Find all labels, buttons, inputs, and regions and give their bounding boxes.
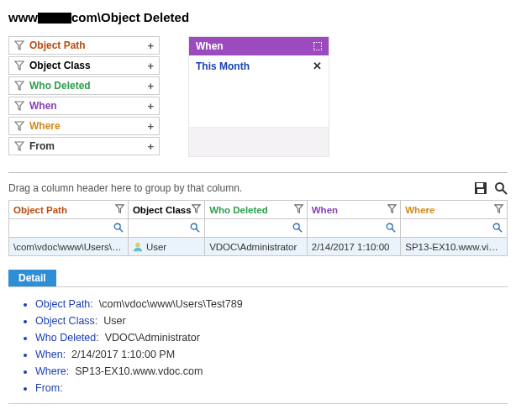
filter-row[interactable]: Where+ bbox=[8, 117, 160, 135]
column-label: When bbox=[312, 205, 338, 215]
column-label: Who Deleted bbox=[209, 205, 268, 215]
filter-chip-label: This Month bbox=[196, 60, 250, 72]
column-search-cell[interactable] bbox=[128, 219, 204, 238]
detail-key: From: bbox=[35, 382, 63, 394]
column-filter-icon[interactable] bbox=[192, 204, 201, 213]
detail-value: VDOC\Administrator bbox=[105, 332, 200, 344]
expand-icon[interactable]: + bbox=[147, 100, 154, 113]
column-filter-icon[interactable] bbox=[387, 204, 397, 213]
grid-filter-row bbox=[9, 219, 508, 238]
svg-point-13 bbox=[493, 223, 499, 229]
grid-header-row: Object PathObject ClassWho DeletedWhenWh… bbox=[9, 201, 508, 219]
card-menu-icon[interactable] bbox=[313, 42, 322, 50]
detail-item: Object Class: User bbox=[35, 312, 504, 329]
table-row[interactable]: \com\vdoc\www\Users\Test789 User VDOC\Ad… bbox=[9, 238, 508, 256]
svg-rect-1 bbox=[477, 183, 483, 187]
filter-label: Object Class bbox=[29, 60, 147, 71]
cell-when: 2/14/2017 1:10:00 bbox=[307, 238, 401, 256]
detail-value: SP13-EX10.www.vdoc.com bbox=[75, 365, 203, 377]
results-grid: Object PathObject ClassWho DeletedWhenWh… bbox=[8, 200, 508, 256]
filter-row[interactable]: When+ bbox=[8, 97, 160, 115]
remove-chip-icon[interactable]: ✕ bbox=[313, 60, 322, 72]
cell-who-deleted: VDOC\Administrator bbox=[205, 238, 308, 256]
detail-item: When: 2/14/2017 1:10:00 PM bbox=[35, 346, 504, 363]
expand-icon[interactable]: + bbox=[147, 140, 154, 153]
detail-tab[interactable]: Detail bbox=[8, 270, 56, 286]
detail-list: Object Path: \com\vdoc\www\Users\Test789… bbox=[12, 296, 504, 396]
svg-point-5 bbox=[114, 223, 120, 229]
search-icon[interactable] bbox=[492, 223, 503, 233]
filter-list: Object Path+Object Class+Who Deleted+Whe… bbox=[8, 36, 160, 157]
detail-item: Where: SP13-EX10.www.vdoc.com bbox=[35, 363, 504, 380]
filter-card-header[interactable]: When bbox=[189, 37, 329, 55]
column-header[interactable]: Where bbox=[401, 201, 508, 219]
divider bbox=[8, 403, 508, 404]
column-filter-icon[interactable] bbox=[294, 204, 303, 213]
search-icon[interactable] bbox=[113, 223, 124, 233]
filter-row[interactable]: Object Path+ bbox=[8, 36, 160, 55]
svg-point-9 bbox=[293, 223, 299, 229]
cell-where: SP13-EX10.www.vic.com bbox=[401, 238, 508, 256]
cell-object-class: User bbox=[128, 238, 204, 256]
expand-icon[interactable]: + bbox=[147, 80, 154, 92]
detail-key: Object Class: bbox=[35, 315, 97, 327]
column-header[interactable]: When bbox=[307, 201, 401, 219]
svg-point-7 bbox=[191, 223, 197, 229]
column-search-cell[interactable] bbox=[307, 219, 401, 238]
filter-card-when: When This Month ✕ bbox=[188, 36, 329, 157]
detail-item: Who Deleted: VDOC\Administrator bbox=[35, 329, 504, 346]
filter-card-title: When bbox=[196, 40, 224, 52]
svg-line-10 bbox=[298, 228, 302, 232]
svg-point-11 bbox=[387, 223, 393, 229]
column-header[interactable]: Object Class bbox=[128, 201, 204, 219]
column-header[interactable]: Who Deleted bbox=[205, 201, 308, 219]
detail-key: Who Deleted: bbox=[35, 332, 99, 344]
redacted-block bbox=[38, 13, 71, 24]
search-icon[interactable] bbox=[292, 223, 303, 233]
detail-item: Object Path: \com\vdoc\www\Users\Test789 bbox=[35, 296, 504, 312]
filter-row[interactable]: Who Deleted+ bbox=[8, 76, 160, 95]
page-title: wwwcom\Object Deleted bbox=[8, 8, 508, 33]
filter-label: Who Deleted bbox=[29, 80, 147, 92]
svg-line-6 bbox=[119, 228, 123, 232]
user-icon bbox=[133, 242, 143, 252]
column-search-cell[interactable] bbox=[205, 219, 308, 238]
expand-icon[interactable]: + bbox=[147, 39, 154, 52]
detail-item: From: bbox=[35, 380, 504, 396]
svg-point-3 bbox=[496, 183, 503, 191]
column-search-cell[interactable] bbox=[401, 219, 508, 238]
detail-key: When: bbox=[35, 349, 66, 360]
column-filter-icon[interactable] bbox=[494, 204, 503, 213]
search-icon[interactable] bbox=[190, 223, 200, 233]
filter-label: Object Path bbox=[29, 39, 147, 51]
column-label: Object Class bbox=[133, 205, 192, 215]
expand-icon[interactable]: + bbox=[147, 120, 154, 133]
filter-row[interactable]: From+ bbox=[8, 137, 160, 155]
column-label: Where bbox=[405, 205, 434, 215]
detail-value: \com\vdoc\www\Users\Test789 bbox=[99, 298, 243, 310]
group-by-hint: Drag a column header here to group by th… bbox=[8, 182, 467, 194]
svg-line-8 bbox=[196, 228, 199, 232]
detail-value: 2/14/2017 1:10:00 PM bbox=[71, 349, 175, 360]
filter-label: When bbox=[29, 100, 147, 112]
svg-point-15 bbox=[136, 243, 140, 247]
filter-row[interactable]: Object Class+ bbox=[8, 56, 160, 75]
detail-value: User bbox=[103, 315, 125, 327]
filter-chip-this-month[interactable]: This Month ✕ bbox=[189, 55, 329, 76]
search-icon[interactable] bbox=[386, 223, 396, 233]
column-label: Object Path bbox=[13, 205, 67, 215]
save-icon[interactable] bbox=[474, 181, 487, 195]
detail-panel: Detail Object Path: \com\vdoc\www\Users\… bbox=[8, 270, 508, 404]
expand-icon[interactable]: + bbox=[147, 60, 154, 72]
svg-line-4 bbox=[503, 190, 507, 194]
column-search-cell[interactable] bbox=[9, 219, 129, 238]
filter-label: Where bbox=[29, 120, 147, 132]
search-icon[interactable] bbox=[494, 181, 508, 195]
group-by-bar[interactable]: Drag a column header here to group by th… bbox=[8, 178, 508, 200]
svg-rect-2 bbox=[477, 189, 484, 193]
column-filter-icon[interactable] bbox=[115, 204, 124, 213]
filter-label: From bbox=[29, 140, 147, 152]
svg-line-12 bbox=[392, 228, 396, 232]
cell-object-path: \com\vdoc\www\Users\Test789 bbox=[9, 238, 129, 256]
column-header[interactable]: Object Path bbox=[9, 201, 129, 219]
